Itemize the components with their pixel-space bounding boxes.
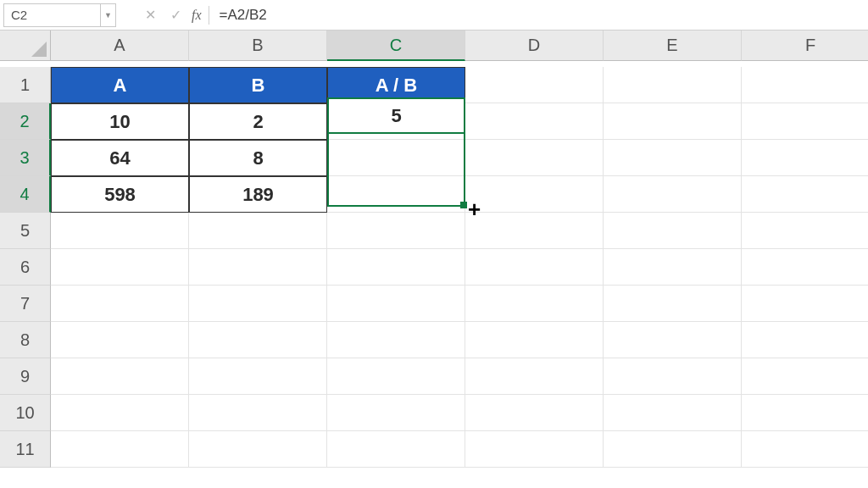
cell-d5[interactable]: [465, 213, 604, 249]
cell-c5[interactable]: [327, 213, 465, 249]
active-cell-value: 5: [391, 105, 401, 127]
cell-e3[interactable]: [604, 140, 742, 176]
cell-e4[interactable]: [604, 176, 742, 213]
row-header-3[interactable]: 3: [0, 140, 51, 176]
row-header-5[interactable]: 5: [0, 213, 51, 249]
formula-input[interactable]: =A2/B2: [216, 3, 868, 27]
col-header-c[interactable]: C: [327, 30, 465, 61]
active-cell-outline: 5: [327, 97, 465, 134]
fx-icon[interactable]: fx: [188, 8, 207, 23]
formula-bar: C2 ▼ ✕ ✓ fx =A2/B2: [0, 0, 868, 30]
cell-f7[interactable]: [742, 286, 868, 322]
row-header-10[interactable]: 10: [0, 395, 51, 431]
spreadsheet-grid[interactable]: A B C D E F 1 A B A / B 2 10 2 5 3 64 8 …: [0, 30, 868, 468]
row-header-9[interactable]: 9: [0, 358, 51, 395]
cell-a7[interactable]: [51, 286, 189, 322]
cell-f10[interactable]: [742, 395, 868, 431]
cell-a1[interactable]: A: [51, 67, 189, 103]
cell-b9[interactable]: [189, 358, 327, 395]
cell-e6[interactable]: [604, 249, 742, 286]
cell-d4[interactable]: [465, 176, 604, 213]
cell-f8[interactable]: [742, 322, 868, 358]
cell-e11[interactable]: [604, 431, 742, 468]
row-header-6[interactable]: 6: [0, 249, 51, 286]
cell-d1[interactable]: [465, 67, 604, 103]
cell-b2[interactable]: 2: [189, 103, 327, 140]
cell-d10[interactable]: [465, 395, 604, 431]
cell-d11[interactable]: [465, 431, 604, 468]
cell-c11[interactable]: [327, 431, 465, 468]
cell-a3[interactable]: 64: [51, 140, 189, 176]
cell-b11[interactable]: [189, 431, 327, 468]
cell-c9[interactable]: [327, 358, 465, 395]
col-header-e[interactable]: E: [604, 30, 742, 61]
cell-f2[interactable]: [742, 103, 868, 140]
col-header-b[interactable]: B: [189, 30, 327, 61]
divider: [209, 6, 209, 25]
cell-a9[interactable]: [51, 358, 189, 395]
name-box[interactable]: C2: [3, 3, 101, 27]
cell-f6[interactable]: [742, 249, 868, 286]
cell-c10[interactable]: [327, 395, 465, 431]
cell-b10[interactable]: [189, 395, 327, 431]
cell-c7[interactable]: [327, 286, 465, 322]
cell-e7[interactable]: [604, 286, 742, 322]
fill-cursor-icon: +: [468, 198, 481, 220]
cancel-icon[interactable]: ✕: [137, 3, 163, 27]
separator: [128, 6, 129, 25]
row-header-8[interactable]: 8: [0, 322, 51, 358]
cell-e10[interactable]: [604, 395, 742, 431]
select-all-corner[interactable]: [0, 30, 51, 61]
cell-b5[interactable]: [189, 213, 327, 249]
cell-f9[interactable]: [742, 358, 868, 395]
cell-d2[interactable]: [465, 103, 604, 140]
name-box-dropdown[interactable]: ▼: [101, 3, 116, 27]
cell-f4[interactable]: [742, 176, 868, 213]
cell-e1[interactable]: [604, 67, 742, 103]
cell-d3[interactable]: [465, 140, 604, 176]
cell-e8[interactable]: [604, 322, 742, 358]
row-header-11[interactable]: 11: [0, 431, 51, 468]
cell-d7[interactable]: [465, 286, 604, 322]
cell-f5[interactable]: [742, 213, 868, 249]
cell-f11[interactable]: [742, 431, 868, 468]
col-header-d[interactable]: D: [465, 30, 604, 61]
cell-a6[interactable]: [51, 249, 189, 286]
col-header-a[interactable]: A: [51, 30, 189, 61]
cell-b6[interactable]: [189, 249, 327, 286]
cell-c6[interactable]: [327, 249, 465, 286]
row-header-1[interactable]: 1: [0, 67, 51, 103]
cell-a10[interactable]: [51, 395, 189, 431]
cell-b7[interactable]: [189, 286, 327, 322]
cell-c4[interactable]: [327, 176, 465, 213]
cell-e2[interactable]: [604, 103, 742, 140]
cell-b1[interactable]: B: [189, 67, 327, 103]
cell-d8[interactable]: [465, 322, 604, 358]
cell-b4[interactable]: 189: [189, 176, 327, 213]
cell-a2[interactable]: 10: [51, 103, 189, 140]
cell-e9[interactable]: [604, 358, 742, 395]
row-header-7[interactable]: 7: [0, 286, 51, 322]
cell-a8[interactable]: [51, 322, 189, 358]
cell-b8[interactable]: [189, 322, 327, 358]
enter-icon[interactable]: ✓: [163, 3, 188, 27]
cell-b3[interactable]: 8: [189, 140, 327, 176]
cell-c3[interactable]: [327, 140, 465, 176]
col-header-f[interactable]: F: [742, 30, 868, 61]
cell-a4[interactable]: 598: [51, 176, 189, 213]
cell-c8[interactable]: [327, 322, 465, 358]
row-header-4[interactable]: 4: [0, 176, 51, 213]
cell-f3[interactable]: [742, 140, 868, 176]
cell-e5[interactable]: [604, 213, 742, 249]
cell-f1[interactable]: [742, 67, 868, 103]
cell-a5[interactable]: [51, 213, 189, 249]
cell-d6[interactable]: [465, 249, 604, 286]
row-header-2[interactable]: 2: [0, 103, 51, 140]
cell-a11[interactable]: [51, 431, 189, 468]
cell-d9[interactable]: [465, 358, 604, 395]
